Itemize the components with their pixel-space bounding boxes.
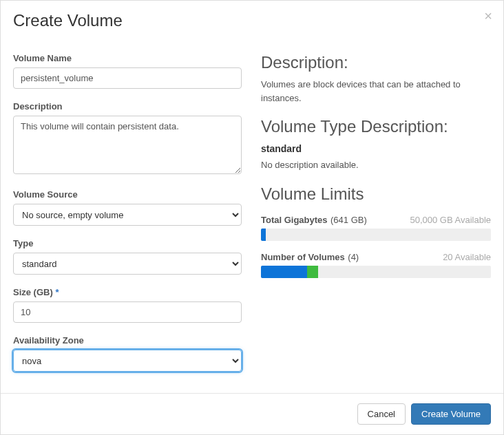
type-description-name: standard [261, 143, 491, 154]
description-text: Volumes are block devices that can be at… [261, 78, 491, 105]
total-gigabytes-used: (641 GB) [330, 215, 367, 225]
size-label-text: Size (GB) [13, 287, 53, 297]
cancel-button[interactable]: Cancel [357, 403, 406, 425]
required-asterisk: * [55, 287, 59, 297]
limit-left: Number of Volumes (4) [261, 251, 359, 263]
total-gigabytes-bar [261, 229, 491, 241]
close-icon[interactable]: × [484, 9, 492, 23]
modal-title: Create Volume [13, 11, 491, 30]
create-volume-modal: Create Volume × Volume Name Description … [0, 0, 504, 435]
volume-source-label: Volume Source [13, 189, 242, 200]
volume-limits-heading: Volume Limits [261, 184, 491, 204]
type-label: Type [13, 238, 242, 248]
volume-name-label: Volume Name [13, 53, 242, 63]
form-column: Volume Name Description This volume will… [13, 41, 242, 381]
modal-body: Volume Name Description This volume will… [1, 41, 503, 393]
number-volumes-available: 20 Available [443, 252, 491, 262]
description-group: Description This volume will contain per… [13, 101, 242, 177]
description-label: Description [13, 101, 242, 112]
limit-label-row: Total Gigabytes (641 GB) 50,000 GB Avail… [261, 213, 491, 226]
type-group: Type standard [13, 238, 242, 275]
total-gigabytes-bar-used [261, 229, 266, 241]
type-description-text: No description available. [261, 158, 491, 172]
size-group: Size (GB) * [13, 287, 242, 323]
volume-source-select[interactable]: No source, empty volume [13, 204, 242, 226]
modal-footer: Cancel Create Volume [1, 393, 503, 434]
number-volumes-used: (4) [348, 252, 359, 262]
number-volumes-limit: Number of Volumes (4) 20 Available [261, 251, 491, 278]
number-volumes-label: Number of Volumes [261, 252, 345, 262]
total-gigabytes-label: Total Gigabytes [261, 215, 328, 225]
size-input[interactable] [13, 301, 242, 323]
create-volume-button[interactable]: Create Volume [411, 403, 491, 425]
availability-zone-select[interactable]: nova [13, 350, 242, 372]
total-gigabytes-available: 50,000 GB Available [410, 215, 491, 225]
number-volumes-bar-used [261, 266, 307, 278]
limit-label-row: Number of Volumes (4) 20 Available [261, 251, 491, 263]
total-gigabytes-limit: Total Gigabytes (641 GB) 50,000 GB Avail… [261, 213, 491, 241]
availability-zone-group: Availability Zone nova [13, 335, 242, 372]
availability-zone-label: Availability Zone [13, 335, 242, 346]
size-label: Size (GB) * [13, 287, 242, 297]
description-heading: Description: [261, 53, 491, 72]
volume-name-input[interactable] [13, 67, 242, 89]
limit-left: Total Gigabytes (641 GB) [261, 213, 367, 226]
description-textarea[interactable]: This volume will contain persistent data… [13, 116, 242, 174]
type-select[interactable]: standard [13, 253, 242, 275]
volume-source-group: Volume Source No source, empty volume [13, 189, 242, 226]
info-column: Description: Volumes are block devices t… [261, 41, 491, 381]
number-volumes-bar-pending [307, 266, 319, 278]
volume-name-group: Volume Name [13, 53, 242, 89]
number-volumes-bar [261, 266, 491, 278]
type-description-heading: Volume Type Description: [261, 117, 491, 136]
modal-header: Create Volume × [1, 1, 503, 41]
